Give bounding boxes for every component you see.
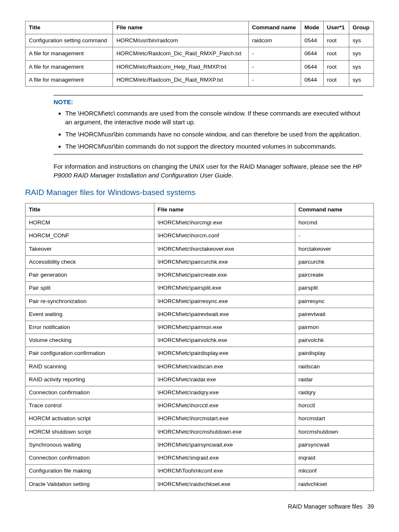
table-cell: root <box>323 60 349 73</box>
table-cell: \HORCM\etc\horcmgr.exe <box>154 216 295 229</box>
footer-page: 39 <box>367 503 374 510</box>
note-divider-bottom <box>54 154 363 154</box>
table-cell: - <box>248 73 301 86</box>
table-row: Takeover\HORCM\etc\horctakeover.exehorct… <box>26 242 374 255</box>
table-cell: \HORCM\etc\raidqry.exe <box>154 386 295 399</box>
table-cell: raidar <box>295 373 373 386</box>
table-cell: root <box>323 34 349 47</box>
note-divider-top <box>54 95 363 95</box>
table-cell: horctakeover <box>295 242 373 255</box>
table-cell: 0644 <box>301 73 323 86</box>
table-cell: - <box>248 47 301 60</box>
table-cell: raidqry <box>295 386 373 399</box>
table-cell: \HORCM\etc\paircurchk.exe <box>154 255 295 268</box>
table-row: Connection confirmation\HORCM\etc\inqrai… <box>26 452 374 465</box>
table-cell: horcctl <box>295 399 373 412</box>
table-cell: Pair re-synchronization <box>26 295 154 308</box>
table-row: Configuration setting commandHORCM/usr/b… <box>26 34 374 47</box>
table-cell: \HORCM\etc\pairresync.exe <box>154 295 295 308</box>
table-cell: - <box>248 60 301 73</box>
table-cell: HORCM activation script <box>26 412 154 425</box>
table-row: RAID scanning\HORCM\etc\raidscan.exeraid… <box>26 360 374 373</box>
table-cell: A file for management <box>26 73 113 86</box>
table-cell: Connection confirmation <box>26 386 154 399</box>
col-command: Command name <box>248 21 301 34</box>
table-cell: \HORCM\Tool\mkconf.exe <box>154 465 295 478</box>
table-cell: paircurchk <box>295 255 373 268</box>
table-cell: Connection confirmation <box>26 452 154 465</box>
table-cell: \HORCM\etc\pairsplit.exe <box>154 282 295 295</box>
note-block: NOTE: The \HORCM\etc\ commands are used … <box>54 95 363 154</box>
table-cell: 0644 <box>301 60 323 73</box>
table-cell: Pair configuration confirmation <box>26 347 154 360</box>
files-table-unix: Title File name Command name Mode User*1… <box>25 21 374 87</box>
section-heading: RAID Manager files for Windows-based sys… <box>25 187 374 198</box>
table-cell: HORCM/usr/bin/raidcom <box>113 34 248 47</box>
table-cell: Pair split <box>26 282 154 295</box>
table-cell: 0544 <box>301 34 323 47</box>
table-cell: Volume checking <box>26 334 154 347</box>
note-item: The \HORCM\usr\bin commands do not suppo… <box>65 142 363 151</box>
table-cell: paircreate <box>295 269 373 282</box>
note-item: The \HORCM\etc\ commands are used from t… <box>65 109 363 126</box>
table-cell: \HORCM\etc\horcctl.exe <box>154 399 295 412</box>
table-cell: HORCM_CONF <box>26 229 154 242</box>
col-user: User*1 <box>323 21 349 34</box>
table-row: Trace control\HORCM\etc\horcctl.exehorcc… <box>26 399 374 412</box>
info-text-2: . <box>231 172 233 179</box>
table-cell: root <box>323 73 349 86</box>
table-cell: inqraid <box>295 452 373 465</box>
page-footer: RAID Manager software files 39 <box>25 503 374 511</box>
col-filename: File name <box>154 203 295 216</box>
table-cell: Configuration setting command <box>26 34 113 47</box>
table-cell: Oracle Validation setting <box>26 478 154 491</box>
table-row: Configuration file making\HORCM\Tool\mkc… <box>26 465 374 478</box>
table-cell: Error notification <box>26 321 154 334</box>
col-filename: File name <box>113 21 248 34</box>
table-row: Pair configuration confirmation\HORCM\et… <box>26 347 374 360</box>
info-paragraph: For information and instructions on chan… <box>54 162 363 180</box>
info-text-1: For information and instructions on chan… <box>54 163 353 170</box>
table-row: Volume checking\HORCM\etc\pairvolchk.exe… <box>26 334 374 347</box>
col-title: Title <box>26 21 113 34</box>
table-cell: \HORCM\etc\pairmon.exe <box>154 321 295 334</box>
table-row: Connection confirmation\HORCM\etc\raidqr… <box>26 386 374 399</box>
table-cell: HORCM/etc/Raidcom_Help_Raid_RMXP.txt <box>113 60 248 73</box>
table-cell: RAID activity reporting <box>26 373 154 386</box>
table-cell: \HORCM\etc\paircreate.exe <box>154 269 295 282</box>
table-cell: HORCM <box>26 216 154 229</box>
table-cell: horcmstart <box>295 412 373 425</box>
table-row: Oracle Validation setting\HORCM\etc\raid… <box>26 478 374 491</box>
table-cell: root <box>323 47 349 60</box>
table-cell: pairmon <box>295 321 373 334</box>
note-list: The \HORCM\etc\ commands are used from t… <box>65 109 363 151</box>
table-cell: A file for management <box>26 47 113 60</box>
table-cell: \HORCM\etc\raidar.exe <box>154 373 295 386</box>
table-row: Synchronous waiting\HORCM\etc\pairsyncwa… <box>26 438 374 451</box>
footer-text: RAID Manager software files <box>288 503 363 510</box>
table-cell: \HORCM\etc\horcm.conf <box>154 229 295 242</box>
table-cell: raidscan <box>295 360 373 373</box>
table-row: Error notification\HORCM\etc\pairmon.exe… <box>26 321 374 334</box>
table-cell: pairevtwait <box>295 308 373 321</box>
table-cell: 0644 <box>301 47 323 60</box>
table-cell: sys <box>349 34 373 47</box>
table-cell: horcmshutdown <box>295 425 373 438</box>
table-cell: HORCM/etc/Raidcom_Dic_Raid_RMXP_Patch.tx… <box>113 47 248 60</box>
table-cell: \HORCM\etc\pairevtwait.exe <box>154 308 295 321</box>
table-cell: \HORCM\etc\horcmshutdown.exe <box>154 425 295 438</box>
col-command: Command name <box>295 203 373 216</box>
table-cell: pairdisplay <box>295 347 373 360</box>
table-row: A file for managementHORCM/etc/Raidcom_D… <box>26 73 374 86</box>
table-cell: \HORCM\etc\pairsyncwait.exe <box>154 438 295 451</box>
table-cell: raidcom <box>248 34 301 47</box>
table-cell: Accessibility check <box>26 255 154 268</box>
table-cell: \HORCM\etc\inqraid.exe <box>154 452 295 465</box>
col-mode: Mode <box>301 21 323 34</box>
table-row: Accessibility check\HORCM\etc\paircurchk… <box>26 255 374 268</box>
table-cell: \HORCM\etc\pairdisplay.exe <box>154 347 295 360</box>
table-cell: RAID scanning <box>26 360 154 373</box>
files-table-windows: Title File name Command name HORCM\HORCM… <box>25 203 374 491</box>
table-cell: pairsyncwait <box>295 438 373 451</box>
table-cell: HORCM/etc/Raidcom_Dic_Raid_RMXP.txt <box>113 73 248 86</box>
